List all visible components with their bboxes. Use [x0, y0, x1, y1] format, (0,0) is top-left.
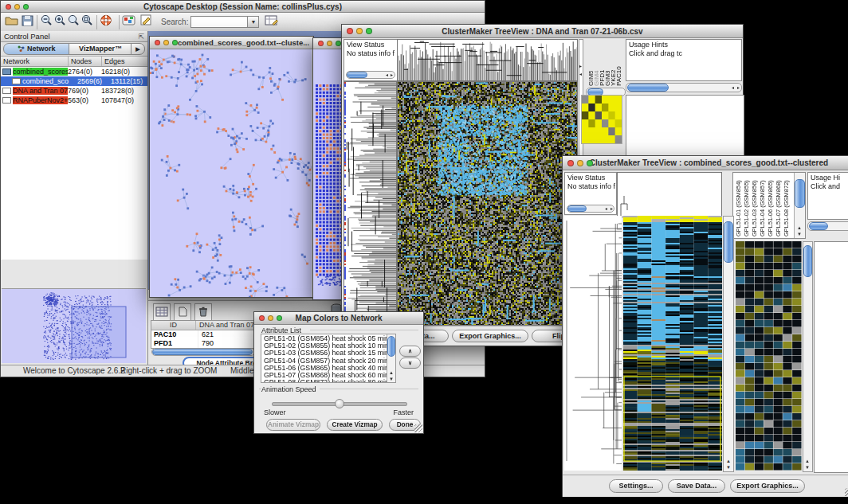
tab-overflow-icon[interactable]: ▶ [131, 43, 145, 55]
zoom-button[interactable] [277, 315, 282, 321]
column-label[interactable]: GPL51-08 (GSM872) [783, 174, 791, 236]
main-titlebar[interactable]: Cytoscape Desktop (Session Name: collins… [1, 1, 485, 13]
close-button[interactable] [259, 315, 265, 321]
network-list-row[interactable]: combined_scores_ 2764(0) 16218(0) [1, 67, 147, 76]
tv2-top-dendrogram-area[interactable] [617, 172, 722, 217]
zoom-button[interactable] [366, 28, 372, 34]
view-status-title: View Status [565, 173, 616, 182]
move-down-button[interactable]: ∨ [399, 357, 421, 369]
network-graph-canvas[interactable] [150, 49, 312, 297]
column-label[interactable]: GPL51-06 (GSM865) [767, 174, 775, 236]
tab-network[interactable]: Network [3, 43, 70, 55]
vizmapper-tool-icon[interactable] [122, 14, 136, 29]
id-column-header[interactable]: ID [151, 321, 196, 330]
zoom-button[interactable] [587, 160, 593, 166]
resize-grip[interactable] [845, 488, 848, 496]
network-table-body: combined_scores_ 2764(0) 16218(0) combin… [1, 67, 147, 260]
export-graphics-button[interactable]: Export Graphics... [730, 479, 805, 493]
network-list-row[interactable]: combined_sco 2569(6) 13112(15) [1, 76, 147, 86]
minimize-button[interactable] [14, 4, 20, 10]
treeview1-titlebar[interactable]: ClusterMaker TreeView : DNA and Tran 07-… [342, 25, 743, 38]
close-button[interactable] [155, 40, 160, 45]
column-label[interactable]: YKE2 [610, 41, 616, 86]
zoom-button[interactable] [23, 4, 29, 10]
zoom-selected-icon[interactable] [80, 14, 94, 29]
help-lifebuoy-icon[interactable] [100, 14, 112, 29]
tv1-left-dendrogram[interactable] [344, 81, 397, 326]
tv2-heatmap-vscrollbar[interactable]: ▲▼ [723, 216, 734, 472]
window-controls[interactable] [318, 41, 341, 46]
settings-button[interactable]: Settings... [609, 479, 663, 493]
attribute-list-item[interactable]: GPL51-08 (GSM872) heat shock 80 min [264, 379, 395, 383]
slider-thumb[interactable] [335, 399, 344, 408]
animate-vizmap-button[interactable]: Animate Vizmap [266, 419, 320, 431]
minimize-button[interactable] [163, 40, 169, 45]
column-label[interactable]: GIM4 [594, 41, 599, 86]
column-edges[interactable]: Edges [102, 57, 143, 66]
tv2-heatmap[interactable] [623, 216, 722, 471]
network-view-titlebar[interactable]: combined_scores_good.txt--cluste... [150, 37, 313, 49]
window-controls[interactable] [567, 160, 593, 166]
close-button[interactable] [318, 41, 324, 46]
window-controls[interactable] [155, 40, 178, 45]
tv2-columns-vscrollbar[interactable]: ▲▼ [794, 173, 805, 238]
window-controls[interactable] [347, 28, 372, 34]
network-view-window: combined_scores_good.txt--cluste... [149, 36, 314, 298]
resize-grip[interactable] [414, 424, 422, 432]
minimize-button[interactable] [577, 160, 583, 166]
tv2-secondary-vscrollbar[interactable]: ▲▼ [803, 241, 813, 472]
zoom-fit-icon[interactable] [67, 14, 80, 29]
attribute-browser-icon[interactable] [265, 14, 279, 29]
save-data-button[interactable]: Save Data... [668, 479, 725, 493]
open-session-icon[interactable] [5, 15, 18, 29]
float-panel-icon[interactable]: ⇱ [138, 32, 144, 42]
tv1-heatmap[interactable] [397, 81, 578, 326]
create-vizmap-button[interactable]: Create Vizmap [327, 419, 383, 431]
column-label[interactable]: GPL51-03 (GSM856) [751, 174, 759, 236]
tv1-status-hscrollbar[interactable]: ◂▸ [346, 71, 395, 79]
treeview2-titlebar[interactable]: ClusterMaker TreeView : combined_scores_… [563, 156, 848, 170]
tv2-hints-hscrollbar[interactable] [807, 221, 848, 231]
tab-vizmapper[interactable]: VizMapper™ [69, 43, 132, 55]
close-button[interactable] [347, 28, 353, 34]
column-label[interactable]: GIM3 [605, 41, 610, 86]
window-controls[interactable] [6, 4, 29, 10]
column-label[interactable]: GPL51-01 (GSM854) [735, 174, 743, 236]
attribute-list-vscrollbar[interactable]: ▲▼ [387, 334, 395, 382]
tv1-top-dendrogram[interactable] [397, 39, 578, 81]
save-session-icon[interactable] [22, 15, 34, 29]
minimize-button[interactable] [327, 41, 332, 46]
data-panel-hscrollbar[interactable] [151, 348, 255, 356]
minimize-button[interactable] [356, 28, 363, 34]
column-label[interactable]: PFD1 [599, 41, 605, 86]
zoom-button[interactable] [172, 40, 178, 45]
zoom-button[interactable] [336, 41, 341, 46]
annotation-tool-icon[interactable] [139, 14, 153, 29]
dialog-titlebar[interactable]: Map Colors to Network [254, 312, 423, 325]
column-label[interactable]: PAC10 [616, 41, 622, 86]
zoom-out-icon[interactable] [40, 14, 53, 29]
search-input[interactable] [190, 16, 248, 28]
birdseye-view[interactable] [2, 288, 146, 363]
close-button[interactable] [6, 4, 11, 10]
window-controls[interactable] [259, 315, 282, 321]
network-list-row[interactable]: DNA and Tran 07 769(0) 183728(0) [1, 86, 147, 96]
tv2-secondary-heatmap[interactable] [736, 241, 802, 471]
minimize-button[interactable] [268, 315, 273, 321]
column-nodes[interactable]: Nodes [69, 57, 102, 66]
column-label[interactable]: GPL51-02 (GSM855) [743, 174, 751, 236]
tv2-status-hscrollbar[interactable]: ◂▸ [567, 205, 614, 213]
column-label[interactable]: GPL51-04 (GSM857) [759, 174, 767, 236]
column-label[interactable]: GIM5 [588, 41, 594, 86]
column-network[interactable]: Network [1, 57, 69, 66]
close-button[interactable] [567, 160, 574, 166]
tv2-left-dendrogram[interactable] [564, 216, 622, 471]
network-list-row[interactable]: RNAPuberNov2+ 563(0) 107847(0) [1, 96, 147, 105]
column-label[interactable]: GPL51-07 (GSM868) [775, 174, 783, 236]
tv1-hints-hscrollbar[interactable]: ◂▸ [626, 83, 742, 92]
zoom-in-icon[interactable] [53, 14, 67, 29]
export-graphics-button[interactable]: Export Graphics... [452, 330, 528, 342]
search-dropdown-icon[interactable]: ▼ [248, 16, 259, 28]
move-up-button[interactable]: ∧ [399, 346, 421, 357]
animation-speed-slider[interactable] [272, 402, 407, 406]
